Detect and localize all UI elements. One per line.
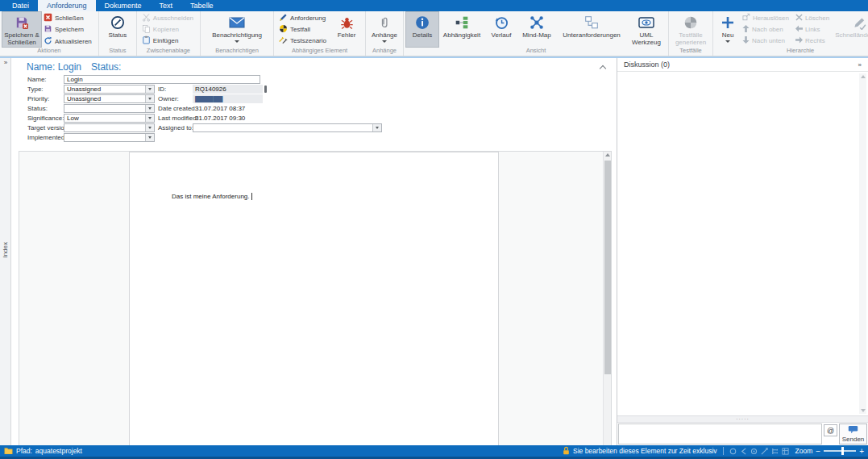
close-icon — [44, 13, 52, 23]
view-mode-5-icon[interactable] — [771, 448, 779, 455]
zoom-in-button[interactable]: + — [859, 447, 864, 456]
paste-button[interactable]: Einfügen — [139, 35, 197, 47]
assigned-to-select[interactable] — [193, 123, 382, 132]
nach-oben-button: Nach oben — [740, 24, 793, 35]
type-dropdown-arrow-icon[interactable] — [145, 86, 154, 93]
scroll-up-arrow-icon[interactable] — [605, 153, 610, 156]
uml-werkzeug-label: UML Werkzeug — [629, 31, 664, 46]
zigzag-arrows-icon — [279, 35, 288, 46]
requirement-text: Das ist meine Anforderung. — [172, 193, 252, 200]
attachments-button[interactable]: Anhänge — [368, 12, 401, 47]
verlauf-button[interactable]: Verlauf — [485, 12, 517, 47]
name-input[interactable]: Login — [64, 75, 260, 84]
priority-dropdown-arrow-icon[interactable] — [145, 95, 154, 102]
abhaengigkeit-button[interactable]: Abhängigkeit — [438, 12, 485, 47]
tab-datei[interactable]: Datei — [3, 0, 38, 11]
tab-dokumente[interactable]: Dokumente — [96, 0, 151, 11]
scissors-icon — [142, 13, 151, 23]
discussion-scroll-down-icon[interactable] — [861, 409, 866, 412]
zoom-out-button[interactable]: − — [816, 447, 820, 456]
tab-text[interactable]: Text — [151, 0, 182, 11]
testszenario-button[interactable]: Testszenario — [276, 35, 330, 47]
notification-label: Benachrichtigung — [212, 31, 262, 39]
significance-dropdown-arrow-icon[interactable] — [145, 115, 154, 122]
details-label: Details — [413, 31, 432, 39]
index-panel-label[interactable]: Index — [2, 242, 9, 258]
id-field-grip[interactable] — [264, 86, 267, 93]
exclusive-edit-text: Sie bearbeiten dieses Element zur Zeit e… — [573, 447, 717, 455]
generate-testcases-button: Testfälle generieren — [671, 12, 710, 47]
fehler-button[interactable]: Fehler — [330, 12, 363, 47]
mindmap-button[interactable]: Mind-Map — [517, 12, 556, 47]
status-label: Status — [108, 31, 127, 39]
unteranforderungen-button[interactable]: Unteranforderungen — [556, 12, 627, 47]
links-label: Links — [805, 26, 820, 33]
group-label-testfaelle: Testfälle — [671, 47, 710, 56]
ribbon-group-benachrichtigen: Benachrichtigung Benachrichtigen — [201, 11, 274, 56]
discussion-scroll-up-icon[interactable] — [861, 75, 866, 78]
scrollbar-thumb[interactable] — [604, 161, 611, 374]
zoom-slider-handle[interactable] — [841, 447, 844, 455]
nach-oben-label: Nach oben — [752, 26, 783, 33]
save-button[interactable]: Speichern — [41, 24, 96, 35]
editor-vertical-scrollbar[interactable] — [603, 152, 611, 445]
neu-button[interactable]: Neu — [716, 12, 740, 47]
message-input[interactable] — [618, 424, 822, 444]
discussion-title: Diskussion (0) — [624, 61, 670, 69]
tab-anforderung[interactable]: Anforderung — [38, 0, 96, 11]
requirement-detail-pane: Name: LoginStatus: Name: Login Type: Una… — [12, 58, 617, 445]
loeschen-button: Löschen — [793, 12, 833, 23]
save-close-button[interactable]: Speichern & Schließen — [2, 12, 41, 47]
view-mode-4-icon[interactable] — [761, 448, 768, 455]
paste-icon — [142, 35, 151, 46]
group-label-abhaengiges-element: Abhängiges Element — [276, 47, 363, 56]
send-button[interactable]: Senden — [839, 424, 867, 444]
herausloesen-label: Herauslösen — [753, 15, 789, 22]
view-mode-3-icon[interactable] — [750, 448, 758, 455]
document-page[interactable]: Das ist meine Anforderung. — [129, 152, 499, 445]
group-label-anhaenge: Anhänge — [368, 47, 401, 56]
status-select[interactable] — [64, 104, 155, 113]
refresh-button[interactable]: Aktualisieren — [41, 35, 96, 47]
pie-disc-icon — [683, 15, 698, 31]
implemented-in-dropdown-arrow-icon[interactable] — [145, 134, 154, 141]
view-mode-2-icon[interactable] — [740, 448, 747, 455]
quarter-disc-icon — [279, 24, 288, 35]
view-mode-grid-icon[interactable] — [782, 448, 789, 455]
status-dropdown-arrow-icon[interactable] — [145, 105, 154, 112]
testfall-button[interactable]: Testfall — [276, 24, 330, 35]
target-version-dropdown-arrow-icon[interactable] — [145, 124, 154, 131]
status-button[interactable]: Status — [102, 12, 134, 47]
form-header-name: Name: Login — [27, 61, 81, 73]
plus-icon — [721, 15, 734, 31]
implemented-in-select[interactable] — [64, 133, 155, 142]
uml-werkzeug-button[interactable]: UML Werkzeug — [627, 12, 666, 47]
assigned-to-label: Assigned to: — [158, 124, 193, 131]
priority-select[interactable]: Unassigned — [64, 94, 155, 103]
name-label: Name: — [27, 76, 47, 83]
type-select[interactable]: Unassigned — [64, 85, 155, 94]
target-version-select[interactable] — [64, 123, 155, 132]
id-value: RQ140926 — [195, 86, 226, 93]
collapse-form-chevron-icon[interactable] — [600, 65, 606, 72]
index-expand-chevron-icon[interactable]: » — [0, 59, 11, 66]
view-mode-1-icon[interactable] — [729, 448, 737, 455]
discussion-message-list[interactable] — [617, 72, 868, 415]
anforderung-button[interactable]: Anforderung — [276, 12, 330, 23]
mention-button[interactable]: @ — [824, 424, 837, 436]
details-button[interactable]: Details — [406, 12, 438, 47]
close-button[interactable]: Schließen — [41, 12, 96, 23]
path-value[interactable]: aquatestprojekt — [35, 447, 82, 455]
notification-button[interactable]: Benachrichtigung — [203, 12, 271, 47]
tab-tabelle[interactable]: Tabelle — [181, 0, 222, 11]
assigned-to-dropdown-arrow-icon[interactable] — [372, 124, 381, 131]
discussion-scrollbar[interactable] — [859, 73, 866, 414]
discussion-splitter[interactable]: ····· — [617, 415, 868, 423]
node-star-icon — [530, 15, 544, 31]
info-circle-icon — [415, 15, 430, 31]
pen-icon — [279, 13, 288, 23]
significance-select[interactable]: Low — [64, 114, 155, 123]
discussion-expand-chevron-icon[interactable]: » — [858, 61, 862, 69]
zoom-slider-track[interactable] — [824, 450, 856, 452]
extract-icon — [742, 13, 750, 23]
